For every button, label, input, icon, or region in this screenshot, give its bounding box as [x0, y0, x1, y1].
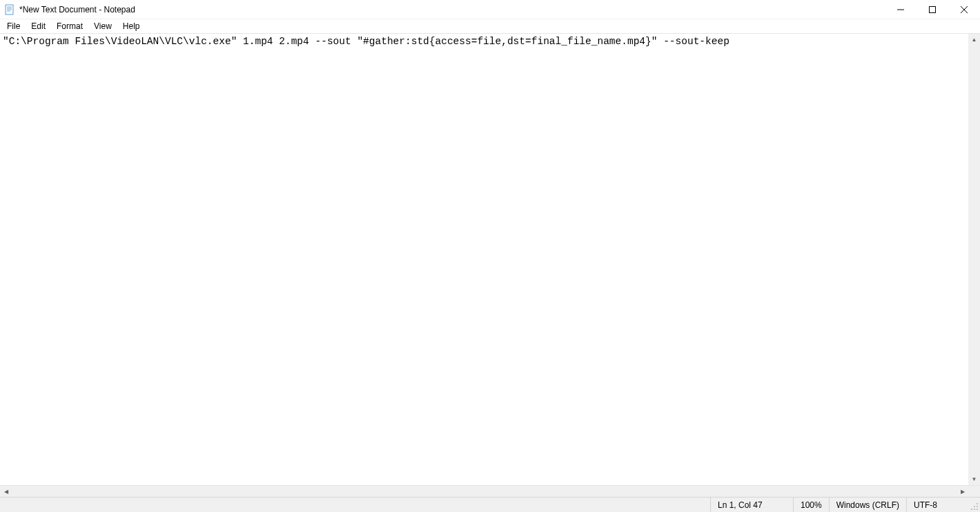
- horizontal-scrollbar[interactable]: ◀ ▶: [0, 485, 980, 497]
- svg-point-11: [974, 506, 975, 507]
- menu-format[interactable]: Format: [51, 20, 88, 32]
- minimize-button[interactable]: [885, 0, 917, 19]
- minimize-icon: [897, 6, 904, 13]
- scroll-up-arrow-icon[interactable]: ▲: [968, 34, 980, 46]
- maximize-icon: [929, 6, 936, 13]
- close-button[interactable]: [948, 0, 980, 19]
- menu-file[interactable]: File: [1, 20, 26, 32]
- resize-grip-icon[interactable]: [968, 498, 980, 512]
- svg-point-10: [977, 506, 978, 507]
- window-title: *New Text Document - Notepad: [19, 5, 885, 14]
- titlebar: *New Text Document - Notepad: [0, 0, 980, 19]
- vertical-scrollbar[interactable]: ▲ ▼: [968, 34, 980, 485]
- svg-point-9: [977, 503, 978, 504]
- scroll-down-arrow-icon[interactable]: ▼: [968, 473, 980, 485]
- status-line-ending: Windows (CRLF): [829, 498, 906, 512]
- menu-help[interactable]: Help: [117, 20, 146, 32]
- status-cursor-position: Ln 1, Col 47: [710, 498, 793, 512]
- svg-point-12: [977, 509, 978, 510]
- svg-point-13: [974, 509, 975, 510]
- scroll-corner: [968, 486, 980, 497]
- window-controls: [885, 0, 980, 19]
- scroll-track-vertical[interactable]: [968, 46, 980, 473]
- scroll-right-arrow-icon[interactable]: ▶: [957, 486, 968, 498]
- menubar: File Edit Format View Help: [0, 19, 980, 33]
- status-encoding: UTF-8: [906, 498, 968, 512]
- statusbar: Ln 1, Col 47 100% Windows (CRLF) UTF-8: [0, 497, 980, 512]
- notepad-icon: [4, 4, 15, 15]
- svg-rect-6: [930, 7, 936, 13]
- menu-edit[interactable]: Edit: [26, 20, 51, 32]
- scroll-left-arrow-icon[interactable]: ◀: [0, 486, 12, 498]
- scroll-track-horizontal[interactable]: [12, 486, 957, 497]
- close-icon: [961, 6, 968, 13]
- text-editor[interactable]: [0, 34, 980, 485]
- maximize-button[interactable]: [917, 0, 948, 19]
- menu-view[interactable]: View: [88, 20, 117, 32]
- editor-container: ▲ ▼: [0, 33, 980, 485]
- status-zoom: 100%: [793, 498, 829, 512]
- svg-point-14: [971, 509, 972, 510]
